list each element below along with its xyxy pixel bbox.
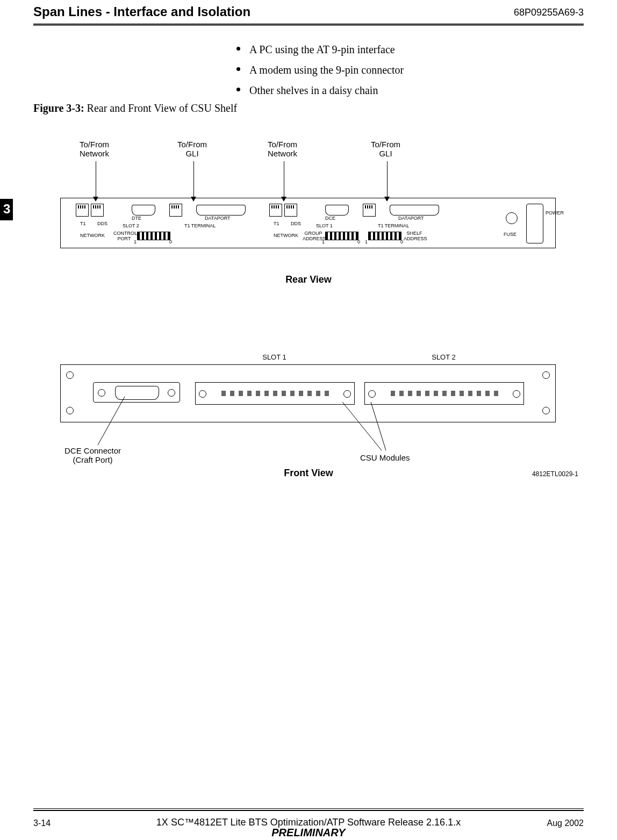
figure-number: Figure 3-3:: [33, 102, 84, 114]
label-shelf-address: SHELFADDRESS: [404, 231, 425, 241]
label-t1: T1: [274, 221, 279, 226]
footer-rule-top: [33, 808, 584, 809]
figure-caption: Figure 3-3: Rear and Front View of CSU S…: [33, 102, 237, 114]
slot1-label: SLOT 1: [195, 353, 354, 361]
bullet-item: A PC using the AT 9-pin interface: [236, 41, 404, 58]
callout-arrow: [193, 161, 194, 198]
dip-switch-icon: [325, 232, 358, 240]
db9-port-icon: [132, 205, 155, 216]
label-one: 1: [134, 239, 137, 245]
page: Span Lines - Interface and Isolation 68P…: [0, 0, 617, 840]
callout-arrow: [387, 161, 388, 198]
figure-id: 4812ETL0029-1: [532, 470, 578, 478]
bullet-item: A modem using the 9-pin connector: [236, 61, 404, 78]
label-slot1: SLOT 1: [316, 223, 333, 228]
callout-gli-1: To/FromGLI: [177, 140, 207, 158]
svg-line-2: [371, 402, 386, 450]
figure-title: Rear and Front View of CSU Shelf: [84, 102, 238, 114]
bullet-icon: [236, 47, 240, 51]
page-title: Span Lines - Interface and Isolation: [33, 4, 250, 19]
label-t1-terminal: T1 TERMINAL: [378, 223, 409, 228]
callout-network-1: To/FromNetwork: [80, 140, 109, 158]
rear-power-area: FUSE POWER: [499, 200, 553, 246]
slot2-label: SLOT 2: [364, 353, 523, 361]
bullet-text: Other shelves in a daisy chain: [249, 84, 378, 96]
label-t1: T1: [80, 221, 86, 226]
db25-port-icon: [390, 205, 439, 216]
bullet-icon: [236, 67, 240, 71]
rj45-port-icon: [169, 204, 182, 217]
label-zero: 0: [169, 239, 172, 245]
csu-modules-label: CSU Modules: [360, 453, 410, 462]
db25-port-icon: [196, 205, 246, 216]
chapter-tab-number: 3: [3, 202, 10, 217]
label-t1-terminal: T1 TERMINAL: [184, 223, 216, 228]
dip-switch-icon: [137, 232, 170, 240]
callout-arrow: [96, 161, 96, 198]
fuse-icon: [506, 212, 518, 224]
rear-slot2-area: DTE DATAPORT T1 DDS NETWORK SLOT 2 T1 TE…: [66, 200, 265, 246]
svg-line-0: [98, 397, 125, 445]
footer-rule-bottom: [33, 810, 584, 811]
callout-gli-2: To/FromGLI: [371, 140, 400, 158]
bullet-item: Other shelves in a daisy chain: [236, 82, 404, 99]
label-dte: DTE: [132, 216, 141, 221]
label-one: 1: [322, 239, 325, 245]
label-zero: 0: [357, 239, 360, 245]
rj45-port-icon: [284, 204, 297, 217]
label-dds: DDS: [291, 221, 301, 226]
label-slot2: SLOT 2: [123, 223, 139, 228]
rear-slot1-area: DCE DATAPORT T1 DDS NETWORK SLOT 1 T1 TE…: [260, 200, 496, 246]
dip-switch-icon: [368, 232, 401, 240]
callout-arrow: [284, 161, 284, 198]
rear-view-label: Rear View: [33, 274, 584, 285]
front-view-label: Front View: [33, 468, 584, 479]
dce-connector-label: DCE Connector(Craft Port): [64, 446, 121, 464]
label-power: POWER: [546, 210, 564, 216]
bullet-text: A PC using the AT 9-pin interface: [249, 44, 395, 55]
label-group-address: GROUPADDRESS: [303, 231, 324, 241]
label-one: 1: [365, 239, 368, 245]
label-dataport: DATAPORT: [205, 216, 231, 221]
callout-network-2: To/FromNetwork: [268, 140, 297, 158]
label-control-port: CONTROLPORT: [113, 231, 135, 241]
label-dataport: DATAPORT: [398, 216, 424, 221]
rj45-port-icon: [76, 204, 89, 217]
front-callout-lines: [60, 364, 555, 472]
label-zero: 0: [400, 239, 403, 245]
bullet-icon: [236, 88, 240, 91]
label-network: NETWORK: [80, 233, 105, 238]
db9-port-icon: [325, 205, 349, 216]
doc-number: 68P09255A69-3: [514, 7, 584, 18]
bullet-text: A modem using the 9-pin connector: [249, 64, 404, 76]
header-rule-top: [33, 24, 584, 25]
rear-view-diagram: DTE DATAPORT T1 DDS NETWORK SLOT 2 T1 TE…: [60, 198, 556, 248]
label-fuse: FUSE: [504, 232, 516, 237]
preliminary-label: PRELIMINARY: [33, 827, 584, 839]
rj45-port-icon: [269, 204, 282, 217]
header-rule-bottom: [33, 25, 584, 26]
rj45-port-icon: [91, 204, 104, 217]
bullet-list: A PC using the AT 9-pin interface A mode…: [236, 41, 404, 102]
rj45-port-icon: [363, 204, 376, 217]
label-dce: DCE: [325, 216, 335, 221]
power-module-icon: [526, 204, 543, 243]
label-network: NETWORK: [274, 233, 298, 238]
label-dds: DDS: [97, 221, 107, 226]
svg-line-1: [342, 402, 382, 450]
